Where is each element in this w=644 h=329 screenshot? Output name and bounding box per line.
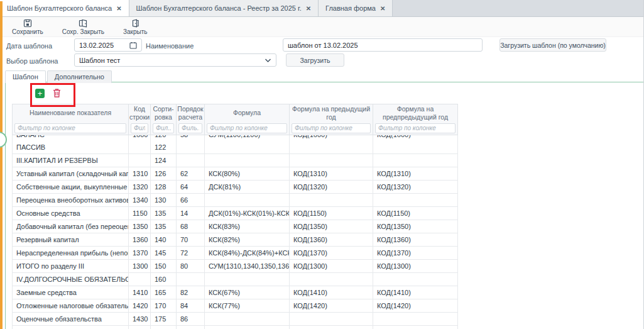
- sub-tab-bar: Шаблон Дополнительно: [5, 70, 113, 83]
- column-header[interactable]: Код строки: [129, 104, 151, 121]
- column-filter-input[interactable]: [153, 123, 174, 133]
- table-row[interactable]: Отложенные налоговые обязательства142017…: [13, 299, 457, 313]
- grid-cell: 120: [151, 135, 177, 141]
- column-header[interactable]: Сорти-ровка: [151, 104, 177, 121]
- table-row[interactable]: Прочие обязательства145018088: [13, 326, 457, 329]
- delete-row-button[interactable]: [52, 88, 63, 99]
- column-filter-input[interactable]: [131, 123, 148, 133]
- grid-cell: КСК(82%): [205, 233, 290, 246]
- table-row[interactable]: Нераспределенная прибыль (непокрыт...137…: [13, 247, 457, 260]
- name-input[interactable]: шаблон от 13.02.2025: [283, 38, 483, 52]
- grid-cell: 145: [151, 247, 177, 259]
- window-tab-registry-2025[interactable]: Шаблон Бухгалтерского баланса - Реестр з…: [129, 0, 319, 16]
- column-header[interactable]: Наименование показателя: [13, 104, 129, 121]
- table-row[interactable]: Переоценка внеоборотных активов134013066: [13, 194, 457, 207]
- grid-cell: [129, 154, 151, 167]
- grid-cell: 1350: [129, 220, 151, 233]
- grid-cell: ДСК(01%)-КСК(01%)-КСК(02...: [205, 207, 290, 220]
- column-header[interactable]: Формула: [205, 104, 290, 121]
- grid-cell: Резервный капитал: [13, 233, 129, 246]
- table-row[interactable]: БАЛАНС160012058СУМ(1100,1200)КОД(1600)КО…: [13, 135, 457, 141]
- table-row[interactable]: Заемные средства141016582КСК(67%)КОД(141…: [13, 286, 457, 299]
- template-select[interactable]: Шаблон тест: [74, 53, 276, 67]
- grid-cell: КОД(1350): [290, 220, 373, 233]
- tab-additional[interactable]: Дополнительно: [47, 70, 112, 83]
- chevron-down-icon[interactable]: [265, 58, 271, 63]
- grid-cell: 180: [151, 326, 177, 329]
- trash-icon: [52, 89, 62, 100]
- grid-cell: 135: [151, 207, 177, 220]
- table-row[interactable]: III.КАПИТАЛ И РЕЗЕРВЫ124: [13, 154, 457, 167]
- table-row[interactable]: IV.ДОЛГОСРОЧНЫЕ ОБЯЗАТЕЛЬСТВА160: [13, 273, 457, 286]
- window-tab-label: Шаблон Бухгалтерского баланса: [7, 4, 112, 12]
- table-row[interactable]: Основные средства115013514ДСК(01%)-КСК(0…: [13, 207, 457, 220]
- tab-template[interactable]: Шаблон: [5, 70, 46, 83]
- grid-cell: [290, 326, 373, 329]
- grid-cell: 1420: [129, 299, 151, 312]
- load-button[interactable]: Загрузить: [286, 53, 344, 67]
- grid-cell: [290, 194, 373, 206]
- table-row[interactable]: Собственные акции, выкупленные у ак...13…: [13, 181, 457, 194]
- column-filter-input[interactable]: [292, 123, 371, 133]
- grid-cell: 128: [151, 181, 177, 193]
- grid-cell: КОД(1300): [373, 260, 457, 272]
- grid-cell: 170: [151, 299, 177, 312]
- column-filter-input[interactable]: [375, 123, 456, 133]
- grid-cell: КСК(83%): [205, 220, 290, 233]
- grid-cell: [290, 141, 373, 153]
- window-tab-main-form[interactable]: Главная форма ✕: [319, 0, 393, 16]
- close-tab-icon[interactable]: ✕: [380, 5, 385, 12]
- calendar-icon[interactable]: [129, 42, 137, 49]
- filter-cell: [13, 121, 129, 135]
- window-tab-bar: Шаблон Бухгалтерского баланса ✕ Шаблон Б…: [0, 0, 643, 17]
- table-row[interactable]: Уставный капитал (складочный капита...13…: [13, 167, 457, 181]
- table-row[interactable]: ИТОГО по разделу III130015080СУМ(1310,13…: [13, 260, 457, 273]
- grid-cell: Добавочный капитал (без переоценки): [13, 220, 129, 233]
- grid-cell: Собственные акции, выкупленные у ак...: [13, 181, 129, 193]
- column-header[interactable]: Формула на предыдущий год: [290, 104, 373, 121]
- table-row[interactable]: Добавочный капитал (без переоценки)13501…: [13, 220, 457, 233]
- grid-cell: 84: [177, 299, 205, 312]
- template-date-input[interactable]: 13.02.2025: [74, 38, 142, 52]
- add-row-button[interactable]: +: [35, 89, 45, 98]
- clipped-table-row[interactable]: БАЛАНС160012058СУМ(1100,1200)КОД(1600)КО…: [13, 135, 457, 141]
- grid-cell: [205, 313, 290, 325]
- close-tab-icon[interactable]: ✕: [116, 5, 121, 12]
- close-button[interactable]: Закрыть: [121, 18, 150, 36]
- grid-cell: 1450: [129, 326, 151, 329]
- save-button[interactable]: Сохранить: [10, 18, 45, 36]
- plus-icon: +: [38, 90, 43, 98]
- grid-cell: [205, 194, 290, 206]
- window-tab-balance-template[interactable]: Шаблон Бухгалтерского баланса ✕: [0, 0, 129, 16]
- grid-cell: 82: [177, 286, 205, 299]
- grid-cell: 1320: [129, 181, 151, 193]
- load-default-template-button[interactable]: Загрузить шаблон (по умолчанию): [499, 38, 606, 52]
- table-row[interactable]: Резервный капитал136014070КСК(82%)КОД(13…: [13, 233, 457, 247]
- grid-cell: 14: [177, 207, 205, 220]
- column-filter-input[interactable]: [178, 123, 202, 133]
- column-filter-input[interactable]: [14, 123, 126, 133]
- grid-cell: КОД(1150): [373, 207, 457, 220]
- grid-cell: Отложенные налоговые обязательства: [13, 299, 129, 312]
- grid-cell: БАЛАНС: [13, 135, 129, 141]
- grid-cell: 86: [177, 313, 205, 325]
- table-row[interactable]: ПАССИВ122: [13, 141, 457, 154]
- grid-cell: 160: [151, 273, 177, 286]
- table-row[interactable]: Оценочные обязательства143017586: [13, 313, 457, 326]
- grid-cell: 88: [177, 326, 205, 329]
- grid-cell: 62: [177, 167, 205, 180]
- save-and-close-button[interactable]: Сохр. Закрыть: [60, 18, 106, 36]
- column-header[interactable]: Порядок расчета: [177, 104, 205, 121]
- grid-cell: КОД(1410): [290, 286, 373, 299]
- grid-cell: 124: [151, 154, 177, 167]
- column-filter-input[interactable]: [207, 123, 287, 133]
- grid-cell: [373, 141, 457, 153]
- close-tab-icon[interactable]: ✕: [306, 5, 311, 12]
- grid-cell: 1600: [129, 135, 151, 141]
- name-label: Наименование: [146, 42, 194, 50]
- grid-cell: 70: [177, 233, 205, 246]
- grid-cell: 1310: [129, 167, 151, 180]
- grid-cell: 130: [151, 194, 177, 206]
- grid-cell: [373, 326, 457, 329]
- column-header[interactable]: Формула на предпредыдущий год: [373, 104, 457, 121]
